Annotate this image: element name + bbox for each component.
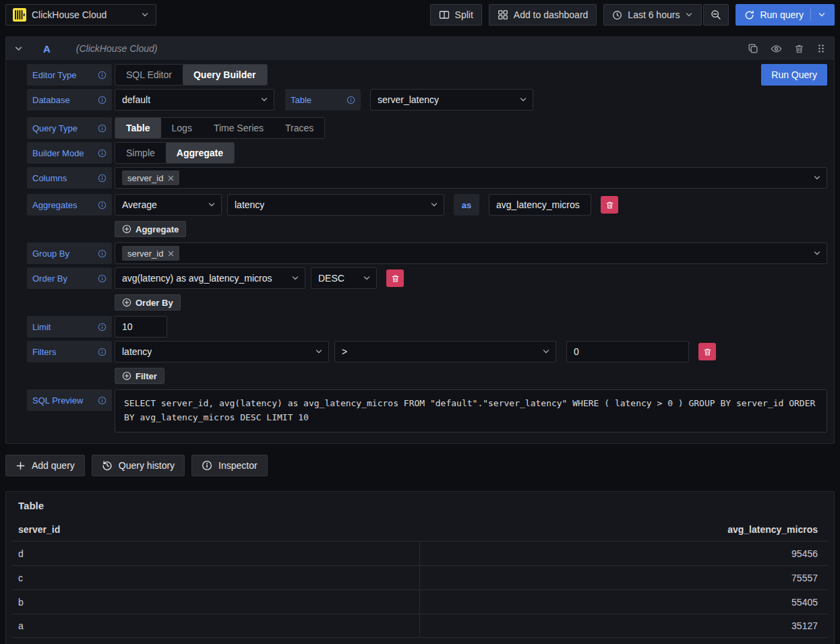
clickhouse-logo-icon <box>13 8 26 22</box>
add-aggregate-button[interactable]: Aggregate <box>115 221 186 237</box>
add-filter-button[interactable]: Filter <box>115 368 164 384</box>
filter-operator-select[interactable]: > <box>334 341 556 362</box>
as-label: as <box>454 194 479 216</box>
collapse-chevron-icon[interactable] <box>14 44 23 53</box>
info-icon[interactable] <box>98 274 107 283</box>
cell-server-id: b <box>11 590 420 614</box>
button-divider <box>810 9 811 21</box>
info-icon[interactable] <box>98 149 107 158</box>
info-icon[interactable] <box>98 323 107 331</box>
split-icon <box>439 9 450 20</box>
add-filter-row: Filter <box>27 368 827 384</box>
datasource-name: ClickHouse Cloud <box>32 9 136 20</box>
cell-avg-latency: 75557 <box>420 566 829 589</box>
columns-row: Columns server_id <box>27 167 827 189</box>
info-icon[interactable] <box>98 396 107 405</box>
aggregate-column-select[interactable]: latency <box>227 194 444 216</box>
add-to-dashboard-button[interactable]: Add to dashboard <box>489 4 597 26</box>
column-tag: server_id <box>122 170 179 185</box>
run-query-label: Run query <box>760 9 804 20</box>
group-by-row: Group By server_id <box>27 243 827 264</box>
run-query-button[interactable]: Run query <box>736 4 835 26</box>
info-icon[interactable] <box>98 348 107 356</box>
order-by-direction-select[interactable]: DESC <box>311 267 377 289</box>
chevron-down-icon[interactable] <box>818 11 826 19</box>
time-range-label: Last 6 hours <box>628 9 680 20</box>
query-type-traces-option[interactable]: Traces <box>274 118 324 138</box>
query-type-logs-option[interactable]: Logs <box>161 118 203 138</box>
chevron-down-icon <box>685 11 693 19</box>
sql-preview-row: SQL Preview SELECT server_id, avg(latenc… <box>27 389 827 432</box>
remove-query-trash-icon[interactable] <box>794 44 804 54</box>
order-by-field-select[interactable]: avg(latency) as avg_latency_micros <box>115 267 305 289</box>
chevron-down-icon <box>430 201 438 209</box>
database-label: Database <box>27 89 112 110</box>
builder-mode-row: Builder Mode Simple Aggregate <box>27 142 827 164</box>
clock-icon <box>612 10 622 20</box>
remove-tag-icon[interactable] <box>168 175 174 181</box>
explore-toolbar: ClickHouse Cloud Split Add to dashboard … <box>0 0 840 28</box>
results-table: server_id avg_latency_micros d 95456 c 7… <box>11 521 829 638</box>
table-select[interactable]: server_latency <box>370 89 533 110</box>
panel-title: Table <box>11 497 829 511</box>
column-header-server-id[interactable]: server_id <box>11 521 420 541</box>
delete-aggregate-button[interactable] <box>601 196 618 214</box>
zoom-out-icon <box>711 9 721 20</box>
chevron-down-icon <box>519 96 527 104</box>
chevron-down-icon <box>260 96 268 104</box>
info-icon[interactable] <box>98 96 107 104</box>
delete-order-by-button[interactable] <box>386 269 404 287</box>
remove-tag-icon[interactable] <box>168 251 174 257</box>
hide-response-eye-icon[interactable] <box>771 43 782 55</box>
group-by-multiselect[interactable]: server_id <box>115 243 827 264</box>
drag-handle-icon[interactable] <box>816 43 826 54</box>
info-icon[interactable] <box>98 71 107 79</box>
limit-input[interactable] <box>115 316 167 337</box>
table-header-row: server_id avg_latency_micros <box>11 521 829 541</box>
aggregate-alias-input[interactable] <box>489 194 591 216</box>
table-label: Table <box>285 89 361 110</box>
split-button[interactable]: Split <box>430 4 482 26</box>
info-icon[interactable] <box>98 201 107 210</box>
table-row: c 75557 <box>11 565 829 589</box>
time-range-picker[interactable]: Last 6 hours <box>603 4 702 26</box>
editor-run-query-button[interactable]: Run Query <box>761 64 827 86</box>
inspector-button[interactable]: Inspector <box>191 455 268 476</box>
duplicate-query-icon[interactable] <box>748 43 758 54</box>
aggregate-function-select[interactable]: Average <box>115 194 222 216</box>
info-icon[interactable] <box>98 124 107 133</box>
simple-mode-option[interactable]: Simple <box>115 143 166 163</box>
limit-label: Limit <box>27 316 112 337</box>
aggregate-mode-option[interactable]: Aggregate <box>166 143 234 163</box>
zoom-out-button[interactable] <box>703 4 729 26</box>
add-query-button[interactable]: Add query <box>5 455 85 476</box>
query-builder-option[interactable]: Query Builder <box>183 65 267 85</box>
info-icon[interactable] <box>347 96 355 104</box>
table-result-panel: Table server_id avg_latency_micros d 954… <box>5 491 835 644</box>
query-type-table-option[interactable]: Table <box>115 118 161 138</box>
query-type-toggle: Table Logs Time Series Traces <box>115 117 325 139</box>
info-icon[interactable] <box>98 174 107 183</box>
columns-multiselect[interactable]: server_id <box>115 167 827 189</box>
cell-avg-latency: 55405 <box>420 590 829 614</box>
datasource-picker[interactable]: ClickHouse Cloud <box>5 4 156 26</box>
filter-field-select[interactable]: latency <box>115 341 329 362</box>
info-icon[interactable] <box>98 249 107 258</box>
limit-row: Limit <box>27 316 827 337</box>
query-builder-body: Run Query Editor Type SQL Editor Query B… <box>6 60 834 443</box>
cell-avg-latency: 35127 <box>420 614 829 637</box>
table-row: d 95456 <box>11 541 829 565</box>
query-history-button[interactable]: Query history <box>92 455 185 476</box>
query-type-timeseries-option[interactable]: Time Series <box>203 118 274 138</box>
database-select[interactable]: default <box>115 89 274 110</box>
column-header-avg-latency[interactable]: avg_latency_micros <box>420 521 829 541</box>
query-datasource-hint: (ClickHouse Cloud) <box>76 43 158 54</box>
filters-label: Filters <box>27 341 112 362</box>
delete-filter-button[interactable] <box>698 343 716 360</box>
chevron-down-icon <box>141 11 149 19</box>
query-editor-panel: A (ClickHouse Cloud) Run Query Editor Ty… <box>5 36 835 444</box>
sql-editor-option[interactable]: SQL Editor <box>115 65 183 85</box>
cell-server-id: a <box>11 614 420 637</box>
add-order-by-button[interactable]: Order By <box>115 294 181 311</box>
filter-value-input[interactable] <box>566 341 689 362</box>
